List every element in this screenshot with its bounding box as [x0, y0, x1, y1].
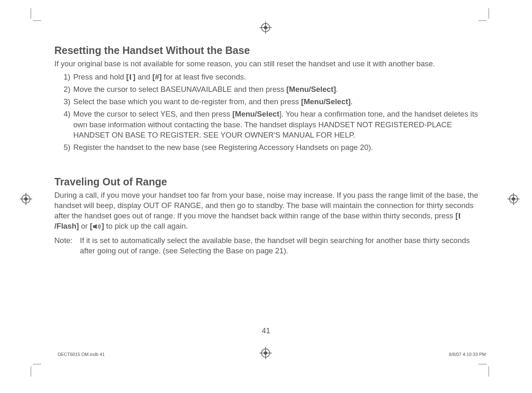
- traveling-body: During a call, if you move your handset …: [54, 190, 478, 232]
- step-1: Press and hold [] and [#] for at least f…: [72, 72, 478, 82]
- page-number: 41: [0, 326, 532, 335]
- footer-right: 8/8/07 4:10:33 PM: [449, 352, 486, 357]
- crop-mark-tl: [16, 8, 41, 33]
- step1-b: and: [135, 73, 152, 81]
- flash-label: /Flash]: [54, 222, 79, 230]
- heading-resetting: Resetting the Handset Without the Base: [54, 44, 478, 56]
- step3-a: Select the base which you want to de-reg…: [73, 97, 301, 106]
- registration-mark-bottom: [259, 347, 272, 359]
- step2-a: Move the cursor to select BASEUNAVAILABL…: [73, 85, 287, 94]
- crop-mark-tr: [478, 8, 503, 33]
- phone-icon: [129, 74, 133, 80]
- step1-c: for at least five seconds.: [162, 73, 246, 81]
- body-c: to pick up the call again.: [104, 222, 188, 230]
- speaker-icon: [93, 224, 102, 229]
- footer-left: DECT6015 OM.indb 41: [58, 352, 105, 357]
- body-a: During a call, if you move your handset …: [54, 191, 478, 220]
- registration-mark-right: [507, 193, 520, 205]
- step1-a: Press and hold: [73, 73, 126, 81]
- note-body: If it is set to automatically select the…: [80, 236, 478, 256]
- intro-text: If your original base is not available f…: [54, 59, 478, 69]
- step-4: Move the cursor to select YES, and then …: [72, 109, 478, 141]
- crop-mark-bl: [16, 352, 41, 377]
- svg-rect-24: [93, 225, 95, 228]
- step3-c: .: [351, 97, 353, 106]
- phone-icon: [458, 213, 462, 219]
- registration-mark-top: [259, 21, 272, 34]
- menu-select-1: [Menu/Select]: [287, 85, 336, 94]
- note-label: Note:: [54, 236, 80, 256]
- menu-select-2: [Menu/Select]: [301, 97, 350, 106]
- note-row: Note: If it is set to automatically sele…: [54, 236, 478, 256]
- step-5: Register the handset to the new base (se…: [72, 142, 478, 153]
- heading-traveling: Traveling Out of Range: [54, 176, 478, 188]
- section-traveling: Traveling Out of Range During a call, if…: [54, 176, 478, 256]
- body-b: or: [79, 222, 90, 230]
- page-content: Resetting the Handset Without the Base I…: [54, 44, 478, 256]
- step-3: Select the base which you want to de-reg…: [72, 96, 478, 107]
- step-2: Move the cursor to select BASEUNAVAILABL…: [72, 84, 478, 95]
- step2-c: .: [336, 85, 338, 94]
- hash-key: [#]: [152, 73, 162, 81]
- registration-mark-left: [20, 193, 32, 205]
- step4-a: Move the cursor to select YES, and then …: [73, 110, 232, 118]
- menu-select-3: [Menu/Select: [232, 110, 279, 118]
- steps-list: Press and hold [] and [#] for at least f…: [54, 72, 478, 153]
